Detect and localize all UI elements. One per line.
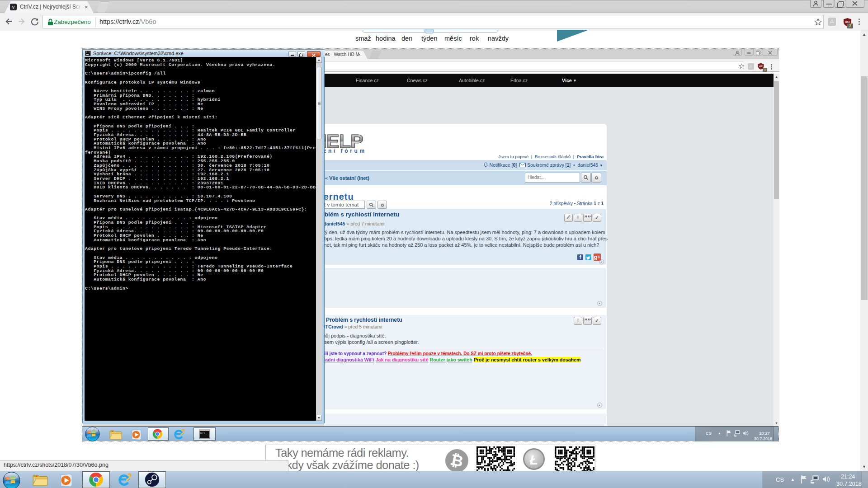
svg-text:uO: uO	[759, 65, 762, 67]
svg-text:uO: uO	[845, 20, 850, 23]
